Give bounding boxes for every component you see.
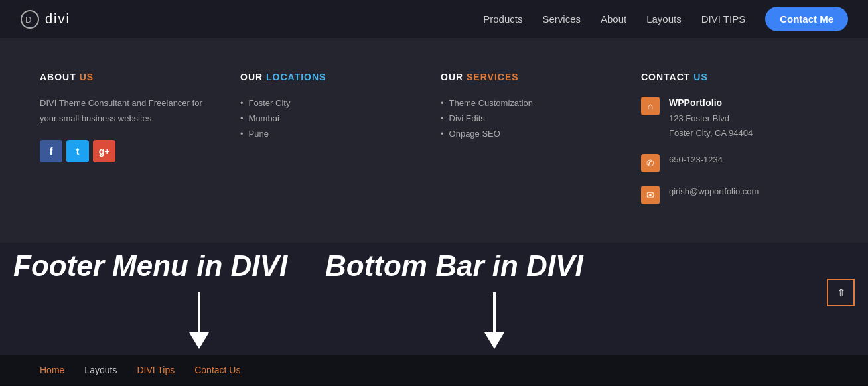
home-icon: ⌂ [641, 97, 660, 115]
footer-locations-title: OUR LOCATIONS [240, 72, 414, 82]
svg-text:D: D [25, 15, 33, 25]
svg-marker-3 [189, 332, 209, 349]
contact-address2: Foster City, CA 94404 [669, 128, 753, 138]
footer-menu-bar: Home Layouts DIVI Tips Contact Us [0, 355, 868, 385]
footer-about-title: ABOUT US [40, 72, 214, 82]
arrow-right [478, 292, 511, 355]
contact-phone-row: ✆ 650-123-1234 [641, 153, 815, 172]
scroll-top-button[interactable]: ⇧ [827, 279, 855, 306]
contact-me-button[interactable]: Contact Me [765, 7, 848, 31]
list-item: Onpage SEO [441, 126, 615, 141]
svg-marker-5 [484, 332, 504, 349]
list-item: Pune [240, 126, 414, 141]
contact-name: WPPortfolio [669, 96, 753, 111]
footer-menu-divi-tips[interactable]: DIVI Tips [137, 365, 175, 375]
phone-icon: ✆ [641, 154, 660, 172]
nav-about[interactable]: About [601, 13, 626, 25]
logo[interactable]: D divi [20, 9, 70, 29]
navbar: D divi Products Services About Layouts D… [0, 0, 868, 38]
nav-layouts[interactable]: Layouts [646, 13, 682, 25]
list-item: Theme Customization [441, 96, 615, 111]
contact-email-row: ✉ girish@wpportfolio.com [641, 184, 815, 204]
footer-body: ABOUT US DIVI Theme Consultant and Freel… [0, 38, 868, 243]
footer-services-col: OUR SERVICES Theme Customization Divi Ed… [427, 72, 628, 216]
footer-contact-col: CONTACT US ⌂ WPPortfolio 123 Foster Blvd… [628, 72, 828, 216]
annotation-bottom-bar: Bottom Bar in DIVI [325, 249, 583, 283]
contact-phone: 650-123-1234 [669, 153, 723, 167]
arrow-left [182, 292, 216, 355]
contact-address1: 123 Foster Blvd [669, 113, 729, 123]
footer-about-col: ABOUT US DIVI Theme Consultant and Freel… [40, 72, 227, 216]
nav-services[interactable]: Services [542, 13, 581, 25]
footer-menu-home[interactable]: Home [40, 365, 64, 375]
list-item: Divi Edits [441, 111, 615, 126]
nav-products[interactable]: Products [483, 13, 522, 25]
facebook-icon[interactable]: f [40, 140, 62, 162]
logo-text: divi [45, 11, 70, 27]
footer-menu-layouts[interactable]: Layouts [84, 365, 117, 375]
footer-services-title: OUR SERVICES [441, 72, 615, 82]
footer-locations-list: Foster City Mumbai Pune [240, 96, 414, 141]
nav-links: Products Services About Layouts DIVI TIP… [483, 7, 848, 31]
social-icons: f t g+ [40, 140, 214, 162]
footer-contact-title: CONTACT US [641, 72, 815, 82]
footer-services-list: Theme Customization Divi Edits Onpage SE… [441, 96, 615, 141]
nav-divi-tips[interactable]: DIVI TIPS [701, 13, 745, 25]
list-item: Foster City [240, 96, 414, 111]
logo-icon: D [20, 9, 40, 29]
contact-email: girish@wpportfolio.com [669, 184, 759, 199]
annotation-section: Footer Menu in DIVI Bottom Bar in DIVI [0, 243, 868, 355]
googleplus-icon[interactable]: g+ [93, 140, 115, 162]
list-item: Mumbai [240, 111, 414, 126]
annotation-footer-menu: Footer Menu in DIVI [13, 249, 287, 283]
footer-menu-contact[interactable]: Contact Us [194, 365, 240, 375]
footer-locations-col: OUR LOCATIONS Foster City Mumbai Pune [227, 72, 427, 216]
contact-address-row: ⌂ WPPortfolio 123 Foster Blvd Foster Cit… [641, 96, 815, 141]
twitter-icon[interactable]: t [66, 140, 89, 162]
email-icon: ✉ [641, 186, 660, 204]
footer-about-desc: DIVI Theme Consultant and Freelancer for… [40, 96, 214, 127]
